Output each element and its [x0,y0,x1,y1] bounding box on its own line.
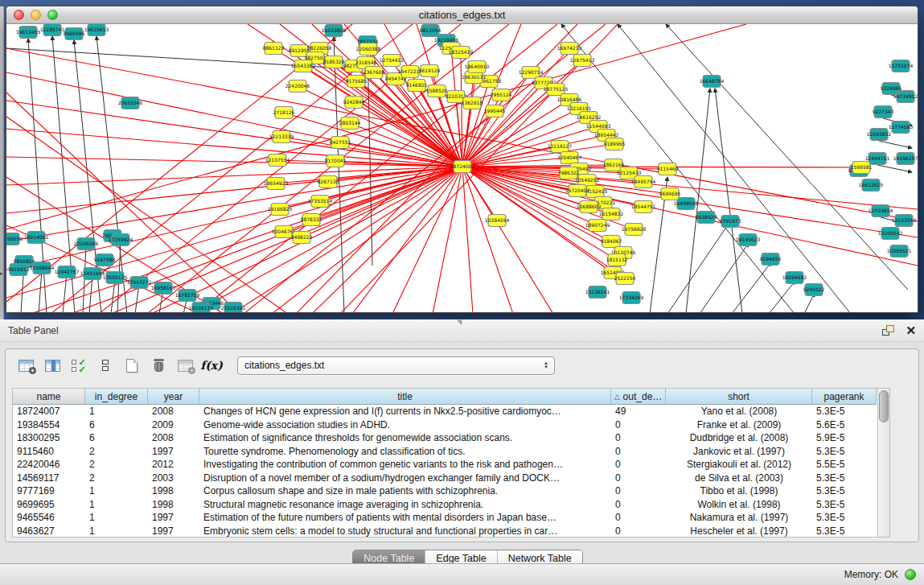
graph-node-20206586[interactable]: 20206586 [74,238,99,250]
cell-title[interactable]: Changes of HCN gene expression and I(f) … [199,405,611,418]
cell-name[interactable]: 9699695 [13,498,85,512]
cell-out_de[interactable]: 0 [611,431,666,445]
graph-node-12975413[interactable]: 12975413 [570,55,595,67]
column-header-in_degree[interactable]: in_degree [85,389,148,405]
row-stack-button[interactable] [93,354,117,377]
graph-node-19145623[interactable]: 19145623 [736,234,761,246]
graph-node-2718126[interactable]: 2718126 [273,107,295,119]
graph-node-17359924[interactable]: 17359924 [109,234,133,246]
graph-node-1990445[interactable]: 1990445 [484,105,506,117]
cell-title[interactable]: Structural magnetic resonance image aver… [199,498,611,512]
graph-node-9184067[interactable]: 9184067 [601,236,622,248]
graph-node-19166825[interactable]: 19166825 [268,204,293,216]
graph-node-7986322[interactable]: 7986322 [558,167,580,179]
cell-out_de[interactable]: 0 [611,484,666,498]
graph-node-16105135[interactable]: 16105135 [189,303,214,314]
graph-node-12285741[interactable]: 12285741 [40,24,65,36]
cell-short[interactable]: Nakamura et al. (1997) [666,511,812,525]
table-options-button[interactable] [14,354,38,377]
network-graph-canvas[interactable]: 1872400719613455122857418569586196256131… [6,24,918,313]
column-header-year[interactable]: year [148,389,199,405]
cell-title[interactable]: Corpus callosum shape and size in male p… [199,484,611,498]
graph-node-22060388[interactable]: 22060388 [356,43,381,56]
cell-in_degree[interactable]: 1 [85,498,148,512]
cell-short[interactable]: Tibbo et al. (1998) [666,484,812,498]
graph-node-21026391[interactable]: 21026391 [221,303,246,314]
graph-node-19734912[interactable]: 19734912 [893,91,918,103]
graph-node-19613455[interactable]: 19613455 [16,27,41,39]
column-header-title[interactable]: title [199,389,611,405]
vertical-scrollbar[interactable] [877,389,889,537]
cell-name[interactable]: 14569117 [13,472,85,485]
show-column-button[interactable] [40,354,64,377]
graph-node-9189965[interactable]: 9189965 [604,138,626,150]
panel-collapse-arrow[interactable]: ▸ [0,270,3,277]
delete-entries-button[interactable] [146,354,170,377]
graph-node-19756928[interactable]: 19756928 [622,224,647,236]
graph-node-9227343[interactable]: 9227343 [873,106,894,118]
graph-node-19625613[interactable]: 19625613 [84,24,109,36]
graph-node-7955124[interactable]: 7955124 [491,89,512,101]
graph-node-2522254[interactable]: 2522254 [614,273,636,285]
graph-node-2367608[interactable]: 2367608 [363,67,385,79]
graph-node-9242844[interactable]: 9242844 [343,97,365,109]
cell-title[interactable]: Disruption of a novel member of a sodium… [199,472,611,485]
graph-node-23206050[interactable]: 23206050 [6,233,23,245]
cell-in_degree[interactable]: 1 [85,511,148,525]
graph-node-2803144[interactable]: 2803144 [339,117,361,130]
cell-short[interactable]: Hescheler et al. (1997) [666,525,812,538]
cell-in_degree[interactable]: 1 [85,525,148,538]
graph-node-9245022[interactable]: 9245022 [803,284,825,296]
table-row[interactable]: 2242004622012Investigating the contribut… [13,458,889,472]
cell-in_degree[interactable]: 2 [85,458,148,472]
cell-out_de[interactable]: 0 [611,525,666,538]
graph-node-12216127[interactable]: 12216127 [548,141,573,153]
graph-node-6791973[interactable]: 6791973 [720,216,741,228]
graph-node-12213339[interactable]: 12213339 [269,131,294,143]
column-header-out_de[interactable]: △out_de… [611,389,666,405]
cell-out_de[interactable]: 0 [611,458,666,472]
graph-node-9498222[interactable]: 9498222 [291,232,313,244]
table-row[interactable]: 946362711997Embryonic stem cells: a mode… [13,525,889,538]
cell-out_de[interactable]: 0 [611,445,666,459]
graph-node-8569586[interactable]: 8569586 [64,28,85,40]
cell-pagerank[interactable]: 5.9E-5 [812,431,877,445]
graph-node-8861123[interactable]: 8861123 [263,43,285,55]
table-row[interactable]: 1872400712008Changes of HCN gene express… [13,405,889,418]
cell-title[interactable]: Embryonic stem cells: a model to study s… [199,525,611,538]
cell-short[interactable]: Wolkin et al. (1998) [666,498,812,512]
graph-node-18724007[interactable]: 18724007 [450,161,475,173]
select-all-button[interactable]: ✓ ✓ [67,354,91,377]
cell-year[interactable]: 1997 [148,525,199,538]
cell-name[interactable]: 18724007 [13,405,85,418]
graph-node-18907249[interactable]: 18907249 [585,220,610,232]
cell-name[interactable]: 9777169 [13,484,85,498]
graph-node-9146821[interactable]: 9146821 [406,80,428,92]
cell-name[interactable]: 9463627 [13,525,85,538]
graph-node-8267130[interactable]: 8267130 [318,176,339,188]
table-row[interactable]: 946554611997Estimation of the future num… [13,511,889,525]
table-row[interactable]: 969969511998Structural magnetic resonanc… [13,498,889,512]
graph-node-1815132[interactable]: 1815132 [606,254,628,266]
graph-node-9115460[interactable]: 9115460 [657,163,679,175]
table-row[interactable]: 1830029562008Estimation of significance … [13,431,889,445]
panel-resize-grip[interactable]: ◥ [457,319,465,325]
graph-node-1362615[interactable]: 1362615 [462,97,483,109]
cell-pagerank[interactable]: 5.5E-5 [812,458,877,472]
graph-node-16974232[interactable]: 16974232 [557,43,582,55]
graph-node-13505135[interactable]: 13505135 [103,272,128,284]
graph-node-9175685[interactable]: 9175685 [346,76,368,88]
graph-node-15720407[interactable]: 15720407 [565,185,590,197]
graph-node-9699695[interactable]: 9699695 [659,188,681,200]
table-row[interactable]: 1938455462009Genome-wide association stu… [13,418,889,432]
graph-node-9197588[interactable]: 9197588 [94,254,116,266]
cell-name[interactable]: 22420046 [13,458,85,472]
cell-title[interactable]: Estimation of the future numbers of pati… [199,511,611,525]
cell-in_degree[interactable]: 1 [85,405,148,418]
column-header-pagerank[interactable]: pagerank [812,389,877,405]
table-body[interactable]: 1872400712008Changes of HCN gene express… [13,405,889,538]
graph-node-12754412[interactable]: 12754412 [380,55,405,67]
cell-short[interactable]: Stergiakouli et al. (2012) [666,458,812,472]
citation-network-graph[interactable]: 1872400719613455122857418569586196256131… [6,24,918,313]
cell-name[interactable]: 19384554 [13,418,85,432]
